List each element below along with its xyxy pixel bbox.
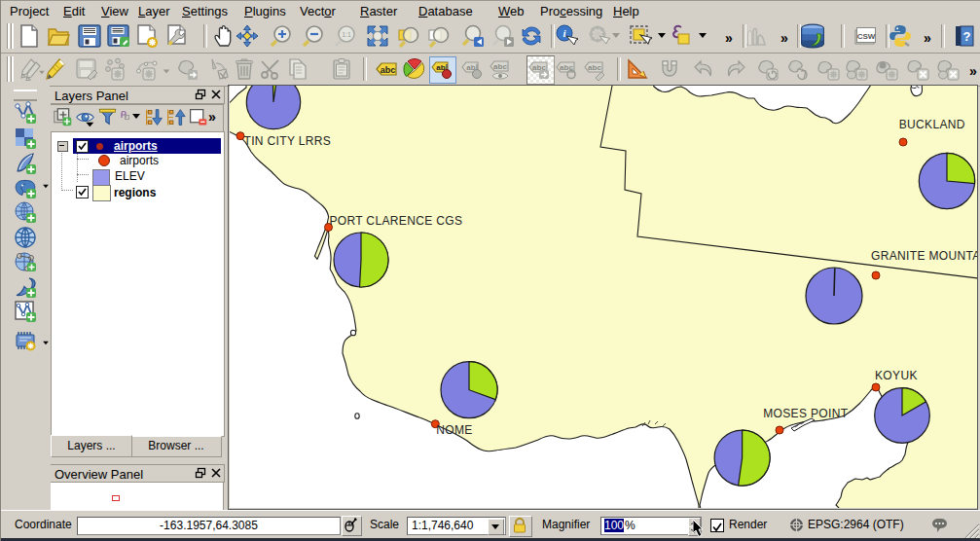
svg-text:TIN CITY LRRS: TIN CITY LRRS xyxy=(244,134,332,148)
svg-text:?: ? xyxy=(963,29,971,44)
svg-text:abc: abc xyxy=(493,62,507,71)
svg-text:PORT CLARENCE CGS: PORT CLARENCE CGS xyxy=(329,214,462,228)
svg-text:abc: abc xyxy=(381,65,396,75)
svg-text:KOYUK: KOYUK xyxy=(875,369,918,382)
svg-text:GRANITE MOUNTAIN: GRANITE MOUNTAIN xyxy=(871,249,977,263)
svg-text:MOSES POINT: MOSES POINT xyxy=(763,407,849,420)
svg-text:abc: abc xyxy=(588,63,601,72)
svg-text:BUCKLAND: BUCKLAND xyxy=(899,118,965,131)
svg-text:NOME: NOME xyxy=(436,423,472,437)
svg-text:1:1: 1:1 xyxy=(342,31,351,38)
svg-text:CSW: CSW xyxy=(857,32,876,41)
